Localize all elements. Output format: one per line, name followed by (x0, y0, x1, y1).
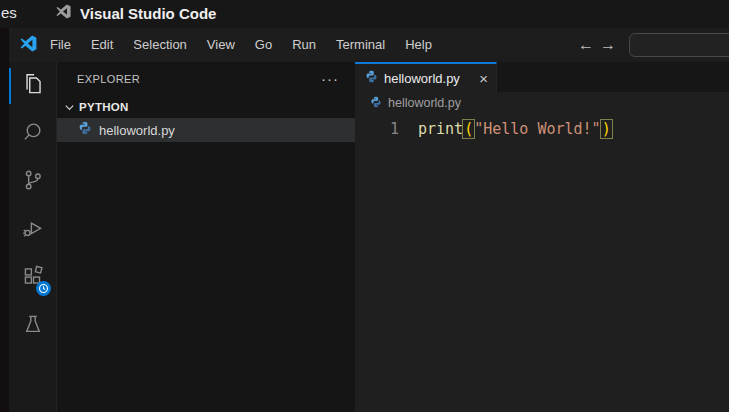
activity-search[interactable] (9, 110, 56, 158)
files-icon (20, 71, 46, 101)
token-print: print (418, 120, 463, 138)
menu-terminal[interactable]: Terminal (326, 33, 395, 57)
more-actions-icon[interactable]: ··· (321, 74, 339, 84)
token-close-paren: ) (600, 119, 613, 139)
activities-button[interactable]: es (1, 4, 17, 21)
token-string: "Hello World!" (474, 120, 600, 138)
menu-bar: File Edit Selection View Go Run Terminal… (9, 28, 729, 62)
extensions-clock-badge (36, 281, 51, 296)
sidebar-title: EXPLORER (57, 73, 140, 85)
menu-help[interactable]: Help (395, 33, 442, 57)
git-branch-icon (20, 167, 46, 197)
code-text: print("Hello World!") (418, 118, 612, 140)
breadcrumb[interactable]: helloworld.py (355, 92, 729, 114)
vscode-logo-icon (19, 34, 38, 57)
activity-explorer[interactable] (9, 62, 56, 110)
section-label: PYTHON (79, 101, 129, 113)
python-icon (370, 94, 382, 112)
tab-bar: helloworld.py × (355, 62, 729, 92)
code-editor[interactable]: 1 print("Hello World!") (355, 114, 729, 412)
command-center-search[interactable] (629, 33, 729, 57)
screen: es Visual Studio Code File Edit Selectio… (0, 0, 729, 412)
file-item-helloworld[interactable]: helloworld.py (57, 118, 355, 142)
activity-testing[interactable] (9, 302, 56, 350)
editor-group: helloworld.py × helloworld.py 1 print("H… (355, 62, 729, 412)
file-label: helloworld.py (99, 123, 175, 138)
activity-extensions[interactable] (9, 254, 56, 302)
menu-view[interactable]: View (197, 33, 245, 57)
debug-icon (20, 215, 46, 245)
vscode-logo-gray-icon (55, 3, 72, 24)
tab-helloworld[interactable]: helloworld.py × (355, 62, 497, 92)
search-icon (20, 119, 46, 149)
chevron-down-icon (61, 99, 77, 115)
activity-run-debug[interactable] (9, 206, 56, 254)
line-number: 1 (355, 118, 418, 140)
python-icon (78, 121, 92, 139)
menu-run[interactable]: Run (282, 33, 326, 57)
python-icon (365, 69, 378, 87)
code-line-1[interactable]: 1 print("Hello World!") (355, 118, 729, 140)
activity-source-control[interactable] (9, 158, 56, 206)
section-python[interactable]: PYTHON (57, 96, 355, 118)
menu-edit[interactable]: Edit (81, 33, 123, 57)
close-icon[interactable]: × (479, 71, 488, 86)
gnome-top-bar: es Visual Studio Code (0, 0, 729, 28)
explorer-sidebar: EXPLORER ··· PYTHON helloworld.py (57, 62, 355, 412)
beaker-icon (20, 311, 46, 341)
breadcrumb-label: helloworld.py (388, 96, 461, 110)
menu-file[interactable]: File (40, 33, 81, 57)
menu-selection[interactable]: Selection (123, 33, 196, 57)
tab-label: helloworld.py (384, 71, 460, 86)
sidebar-header: EXPLORER ··· (57, 62, 355, 96)
vscode-window: File Edit Selection View Go Run Terminal… (9, 28, 729, 412)
nav-forward-icon[interactable]: → (597, 36, 619, 54)
window-title: Visual Studio Code (80, 5, 216, 22)
menu-go[interactable]: Go (245, 33, 282, 57)
nav-back-icon[interactable]: ← (575, 36, 597, 54)
activity-bar (9, 62, 57, 412)
